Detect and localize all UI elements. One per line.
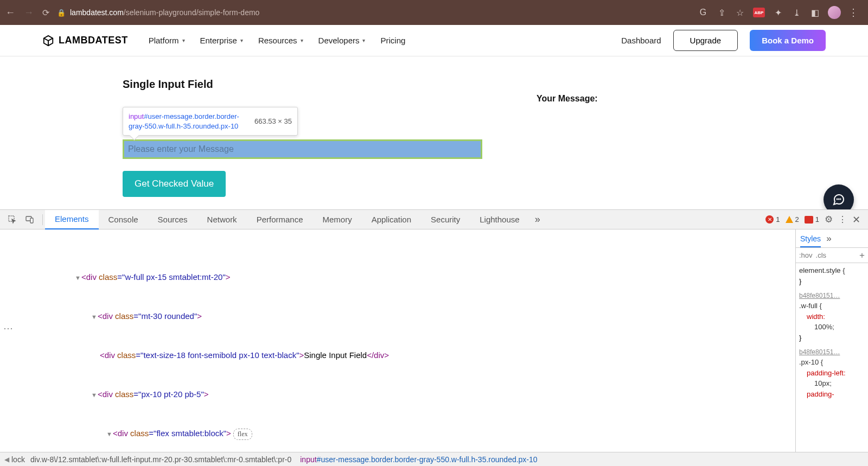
- tab-lighthouse[interactable]: Lighthouse: [470, 210, 529, 229]
- primary-nav: Platform▾ Enterprise▾ Resources▾ Develop…: [149, 36, 406, 45]
- nav-enterprise[interactable]: Enterprise▾: [200, 36, 243, 45]
- address-bar[interactable]: 🔒 lambdatest.com/selenium-playground/sim…: [57, 8, 690, 17]
- row-actions-icon[interactable]: ⋯: [3, 321, 12, 336]
- device-icon[interactable]: [23, 213, 37, 227]
- logo-icon: [42, 35, 54, 47]
- extensions-icon[interactable]: ✦: [773, 7, 783, 18]
- dashboard-link[interactable]: Dashboard: [621, 36, 661, 45]
- crumb-segment[interactable]: lock: [11, 455, 25, 464]
- warning-badge[interactable]: 2: [786, 215, 799, 224]
- svg-point-0: [837, 199, 838, 200]
- devtools-tabbar: Elements Console Sources Network Perform…: [0, 210, 868, 229]
- tabs-overflow-icon[interactable]: »: [529, 214, 546, 225]
- tab-application[interactable]: Application: [362, 210, 421, 229]
- abp-icon[interactable]: ABP: [753, 8, 765, 17]
- crumb-active[interactable]: input#user-message.border.border-gray-55…: [300, 455, 537, 464]
- reload-icon[interactable]: ⟳: [42, 8, 49, 18]
- your-message-label: Your Message:: [537, 94, 598, 104]
- styles-panel: Styles » :hov .cls + element.style { } b…: [795, 229, 868, 452]
- tab-network[interactable]: Network: [197, 210, 247, 229]
- inspector-tooltip: input#user-message.border.border-gray-55…: [123, 107, 298, 136]
- extension-tray: G ⇪ ☆ ABP ✦ ⤓ ◧ ⋮: [698, 6, 863, 19]
- tab-elements[interactable]: Elements: [45, 210, 99, 229]
- tab-performance[interactable]: Performance: [247, 210, 313, 229]
- upgrade-button[interactable]: Upgrade: [673, 30, 738, 51]
- tooltip-selector: input#user-message.border.border-gray-55…: [129, 112, 248, 131]
- lock-icon: 🔒: [57, 9, 66, 17]
- add-rule-icon[interactable]: +: [859, 250, 865, 261]
- panel-icon[interactable]: ◧: [809, 7, 820, 18]
- tab-console[interactable]: Console: [99, 210, 148, 229]
- breadcrumb[interactable]: ◀ lock div.w-8\/12.smtablet\:w-full.left…: [0, 452, 868, 466]
- crumb-segment[interactable]: div.w-8\/12.smtablet\:w-full.left-input.…: [30, 455, 291, 464]
- chevron-down-icon: ▾: [301, 37, 303, 43]
- tab-memory[interactable]: Memory: [313, 210, 362, 229]
- inspect-icon[interactable]: [5, 213, 20, 227]
- chevron-down-icon: ▾: [240, 37, 243, 43]
- tooltip-dimensions: 663.53 × 35: [254, 117, 292, 125]
- blocked-badge[interactable]: 1: [805, 215, 819, 224]
- chevron-down-icon: ▾: [182, 37, 185, 43]
- styles-rules[interactable]: element.style { } b48fe80151… .w-full { …: [796, 263, 868, 452]
- url-path: /selenium-playground/simple-form-demo: [124, 8, 260, 17]
- styles-overflow-icon[interactable]: »: [826, 233, 831, 244]
- nav-pricing[interactable]: Pricing: [380, 36, 405, 45]
- back-icon[interactable]: ←: [5, 7, 15, 18]
- error-badge[interactable]: ✕1: [765, 215, 780, 224]
- nav-developers[interactable]: Developers▾: [318, 36, 366, 45]
- get-checked-value-button[interactable]: Get Checked Value: [123, 171, 226, 197]
- svg-rect-5: [30, 218, 33, 223]
- star-icon[interactable]: ☆: [735, 7, 745, 18]
- hov-toggle[interactable]: :hov: [799, 251, 813, 259]
- download-icon[interactable]: ⤓: [791, 7, 802, 18]
- share-icon[interactable]: ⇪: [716, 7, 727, 18]
- browser-menu-icon[interactable]: ⋮: [848, 7, 858, 18]
- devtools-panel: Elements Console Sources Network Perform…: [0, 209, 868, 466]
- chevron-down-icon: ▾: [362, 37, 365, 43]
- nav-arrows: ← → ⟳: [5, 7, 49, 18]
- crumb-left-icon[interactable]: ◀: [4, 456, 9, 463]
- google-icon[interactable]: G: [698, 7, 709, 18]
- chat-icon: [832, 193, 845, 206]
- nav-platform[interactable]: Platform▾: [149, 36, 185, 45]
- message-input[interactable]: [123, 139, 482, 159]
- svg-point-2: [840, 199, 841, 200]
- settings-icon[interactable]: ⚙: [825, 214, 833, 225]
- devtools-menu-icon[interactable]: ⋮: [838, 214, 847, 225]
- flex-badge[interactable]: flex: [233, 429, 252, 440]
- book-demo-button[interactable]: Book a Demo: [750, 30, 826, 51]
- tab-security[interactable]: Security: [421, 210, 470, 229]
- profile-avatar[interactable]: [828, 6, 841, 19]
- svg-point-1: [839, 199, 839, 200]
- dom-tree[interactable]: ⋯ ▼<div class="w-full px-15 smtablet:mt-…: [0, 229, 795, 452]
- forward-icon[interactable]: →: [24, 7, 34, 18]
- url-domain: lambdatest.com: [70, 8, 124, 17]
- tab-sources[interactable]: Sources: [148, 210, 197, 229]
- section-title: Single Input Field: [123, 78, 868, 91]
- cls-toggle[interactable]: .cls: [816, 251, 827, 259]
- site-header: LAMBDATEST Platform▾ Enterprise▾ Resourc…: [0, 25, 868, 56]
- logo[interactable]: LAMBDATEST: [42, 35, 128, 47]
- browser-toolbar: ← → ⟳ 🔒 lambdatest.com/selenium-playgrou…: [0, 0, 868, 25]
- close-icon[interactable]: ✕: [852, 214, 860, 226]
- nav-resources[interactable]: Resources▾: [258, 36, 303, 45]
- logo-text: LAMBDATEST: [59, 35, 128, 46]
- styles-tab[interactable]: Styles: [800, 234, 821, 247]
